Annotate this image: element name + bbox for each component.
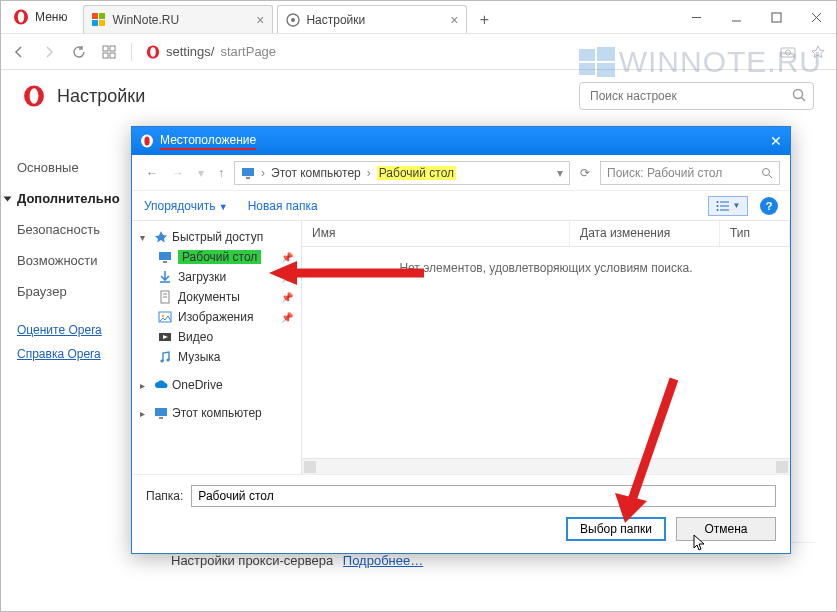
opera-help-link[interactable]: Справка Opera: [17, 347, 117, 361]
back-button[interactable]: [11, 44, 27, 60]
empty-message: Нет элементов, удовлетворяющих условиям …: [302, 247, 790, 458]
tab-winnote[interactable]: WinNote.RU ×: [83, 5, 273, 33]
menu-label: Меню: [35, 10, 67, 24]
menu-button[interactable]: Меню: [1, 1, 79, 33]
select-folder-button[interactable]: Выбор папки: [566, 517, 666, 541]
rate-opera-link[interactable]: Оцените Opera: [17, 323, 117, 337]
speed-dial-button[interactable]: [101, 44, 117, 60]
svg-rect-4: [92, 20, 98, 26]
folder-name-input[interactable]: [191, 485, 776, 507]
maximize-button[interactable]: [756, 1, 796, 33]
folder-tree: ▾ Быстрый доступ Рабочий стол📌 Загрузки📌…: [132, 221, 302, 474]
opera-icon: [13, 9, 29, 25]
desktop-icon: [158, 250, 172, 264]
svg-point-38: [716, 201, 718, 203]
close-icon[interactable]: ×: [256, 12, 264, 28]
dialog-search-placeholder: Поиск: Рабочий стол: [607, 166, 722, 180]
proxy-label: Настройки прокси-сервера: [171, 553, 333, 568]
help-button[interactable]: ?: [760, 197, 778, 215]
tab-label: WinNote.RU: [112, 13, 179, 27]
pictures-icon: [158, 310, 172, 324]
dialog-close-button[interactable]: ✕: [770, 133, 782, 149]
minimize-button[interactable]: [676, 1, 716, 33]
cancel-button[interactable]: Отмена: [676, 517, 776, 541]
svg-rect-14: [110, 46, 115, 51]
forward-button[interactable]: [41, 44, 57, 60]
tree-this-pc[interactable]: ▸ Этот компьютер: [136, 403, 297, 423]
address-subpath: startPage: [220, 44, 276, 59]
folder-picker-dialog: Местоположение ✕ ← → ▾ ↑ › Этот компьюте…: [131, 126, 791, 554]
tree-item-video[interactable]: Видео: [136, 327, 297, 347]
opera-icon: [140, 134, 154, 148]
col-name[interactable]: Имя: [302, 221, 570, 246]
nav-recent-button[interactable]: ▾: [194, 166, 208, 180]
cloud-icon: [154, 378, 168, 392]
svg-point-18: [150, 47, 156, 57]
tree-item-downloads[interactable]: Загрузки📌: [136, 267, 297, 287]
view-mode-button[interactable]: ▼: [708, 196, 748, 216]
address-bar[interactable]: settings/startPage: [146, 44, 276, 59]
svg-rect-16: [110, 53, 115, 58]
sidebar-item-features[interactable]: Возможности: [1, 245, 133, 276]
close-button[interactable]: [796, 1, 836, 33]
tree-quick-access[interactable]: ▾ Быстрый доступ: [136, 227, 297, 247]
tab-label: Настройки: [306, 13, 365, 27]
dialog-search[interactable]: Поиск: Рабочий стол: [600, 161, 780, 185]
minimize2-button[interactable]: [716, 1, 756, 33]
svg-point-7: [291, 18, 295, 22]
proxy-more-link[interactable]: Подробнее…: [343, 553, 423, 568]
tree-item-desktop[interactable]: Рабочий стол📌: [136, 247, 297, 267]
svg-point-39: [716, 205, 718, 207]
tree-item-music[interactable]: Музыка: [136, 347, 297, 367]
breadcrumb-leaf[interactable]: Рабочий стол: [377, 166, 456, 180]
organize-menu[interactable]: Упорядочить ▼: [144, 199, 228, 213]
col-type[interactable]: Тип: [720, 221, 790, 246]
svg-rect-5: [99, 20, 105, 26]
settings-sidebar: Основные Дополнительно Безопасность Возм…: [1, 122, 133, 598]
search-icon: [761, 167, 773, 179]
nav-back-button[interactable]: ←: [142, 166, 162, 180]
folder-label: Папка:: [146, 489, 183, 503]
sidebar-item-security[interactable]: Безопасность: [1, 214, 133, 245]
opera-icon: [23, 85, 45, 107]
star-icon: [154, 230, 168, 244]
tree-item-documents[interactable]: Документы📌: [136, 287, 297, 307]
svg-point-51: [160, 359, 163, 362]
page-title: Настройки: [57, 86, 145, 107]
tab-settings[interactable]: Настройки ×: [277, 5, 467, 33]
svg-line-24: [802, 98, 806, 102]
nav-up-button[interactable]: ↑: [214, 166, 228, 180]
tree-item-pictures[interactable]: Изображения📌: [136, 307, 297, 327]
col-date[interactable]: Дата изменения: [570, 221, 720, 246]
new-tab-button[interactable]: +: [471, 7, 497, 33]
svg-rect-42: [163, 261, 167, 263]
column-headers[interactable]: Имя Дата изменения Тип: [302, 221, 790, 247]
gear-icon: [286, 13, 300, 27]
breadcrumb-root[interactable]: Этот компьютер: [271, 166, 361, 180]
reload-button[interactable]: [71, 44, 87, 60]
new-folder-button[interactable]: Новая папка: [248, 199, 318, 213]
downloads-icon: [158, 270, 172, 284]
nav-forward-button[interactable]: →: [168, 166, 188, 180]
svg-rect-53: [155, 408, 167, 416]
list-icon: [716, 200, 730, 212]
svg-point-48: [162, 315, 164, 317]
sidebar-item-advanced[interactable]: Дополнительно: [1, 183, 133, 214]
breadcrumb-bar[interactable]: › Этот компьютер › Рабочий стол ▾: [234, 161, 570, 185]
sidebar-item-basic[interactable]: Основные: [1, 152, 133, 183]
dialog-title: Местоположение: [160, 133, 256, 150]
svg-rect-31: [242, 168, 254, 176]
close-icon[interactable]: ×: [450, 12, 458, 28]
svg-point-1: [18, 12, 24, 23]
refresh-button[interactable]: ⟳: [576, 166, 594, 180]
svg-rect-13: [103, 46, 108, 51]
sidebar-item-browser[interactable]: Браузер: [1, 276, 133, 307]
svg-rect-54: [159, 417, 163, 419]
dialog-titlebar[interactable]: Местоположение ✕: [132, 127, 790, 155]
svg-rect-25: [579, 49, 595, 61]
settings-search-input[interactable]: [579, 82, 814, 110]
monitor-icon: [154, 406, 168, 420]
svg-point-22: [30, 88, 39, 103]
tree-onedrive[interactable]: ▸ OneDrive: [136, 375, 297, 395]
horizontal-scrollbar[interactable]: [302, 458, 790, 474]
